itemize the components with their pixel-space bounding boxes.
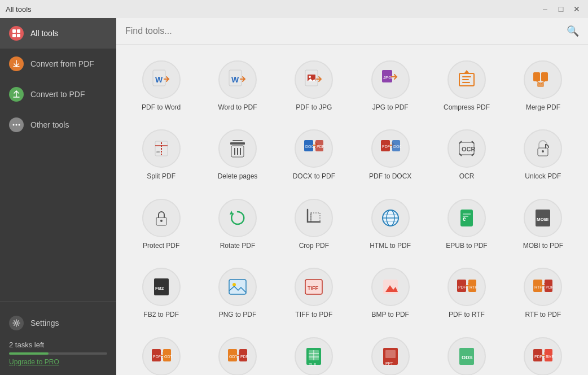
dots-icon <box>9 117 24 132</box>
tool-item-pdf-to-docx[interactable]: PDFDOCX PDF to DOCX <box>354 123 426 187</box>
tool-icon-split-pdf: ✂ <box>142 129 181 168</box>
sidebar-item-label: Convert to PDF <box>30 90 85 99</box>
tool-icon-crop-pdf <box>295 199 333 237</box>
tool-item-pdf-to-bmp[interactable]: PDFBMP PDF to BMP <box>507 330 579 375</box>
svg-text:W: W <box>155 75 163 84</box>
tool-icon-pdf-to-jpg <box>295 60 333 99</box>
tool-icon-bmp-to-pdf <box>371 268 410 306</box>
minimize-button[interactable]: – <box>539 3 551 15</box>
tool-label-crop-pdf: Crop PDF <box>299 242 329 250</box>
tool-item-fb2-to-pdf[interactable]: FB2 FB2 to PDF <box>125 261 197 325</box>
upgrade-link[interactable]: Upgrade to PRO <box>9 358 107 366</box>
tool-item-docx-to-pdf[interactable]: DOCXPDF DOCX to PDF <box>278 123 350 187</box>
settings-label: Settings <box>30 319 59 328</box>
svg-rect-0 <box>12 29 16 33</box>
tool-icon-docx-to-pdf: DOCXPDF <box>295 129 333 168</box>
tool-icon-png-to-pdf <box>218 268 257 306</box>
tool-icon-jpg-to-pdf: JPG <box>371 60 410 99</box>
tool-label-epub-to-pdf: EPUB to PDF <box>446 242 487 250</box>
svg-text:OCR: OCR <box>462 146 476 152</box>
svg-point-42 <box>160 220 163 222</box>
tool-label-fb2-to-pdf: FB2 to PDF <box>143 311 179 319</box>
tool-icon-word-to-pdf: W <box>218 60 257 99</box>
svg-text:PDF: PDF <box>458 285 466 289</box>
tool-icon-ods-to-pdf: ODS <box>447 337 486 375</box>
svg-rect-43 <box>311 213 320 222</box>
tool-item-odt-to-pdf[interactable]: ODTPDF ODT to PDF <box>201 330 273 375</box>
tool-item-ocr[interactable]: OCR OCR <box>431 123 502 187</box>
upload-icon <box>9 87 24 102</box>
tool-icon-protect-pdf <box>142 199 181 237</box>
svg-point-4 <box>13 124 15 126</box>
svg-rect-18 <box>533 72 540 81</box>
tool-icon-fb2-to-pdf: FB2 <box>142 268 181 306</box>
tool-label-unlock-pdf: Unlock PDF <box>525 172 561 180</box>
tool-item-compress-pdf[interactable]: Compress PDF <box>431 54 502 118</box>
sidebar-item-label: Other tools <box>30 120 69 129</box>
tool-icon-html-to-pdf <box>371 199 410 237</box>
tool-icon-rotate-pdf <box>218 199 257 237</box>
tool-label-ocr: OCR <box>459 172 475 180</box>
tool-item-pdf-to-odt[interactable]: PDFODT PDF to ODT <box>125 330 197 375</box>
tool-item-protect-pdf[interactable]: Protect PDF <box>125 192 197 256</box>
tool-item-ods-to-pdf[interactable]: ODS ODS to PDF <box>431 330 502 375</box>
sidebar-item-other-tools[interactable]: Other tools <box>0 110 116 140</box>
tool-label-mobi-to-pdf: MOBI to PDF <box>523 242 563 250</box>
tool-item-ppt-to-pdf[interactable]: PPT PPT to PDF <box>354 330 426 375</box>
svg-rect-2 <box>12 34 16 37</box>
tool-item-pdf-to-jpg[interactable]: PDF to JPG <box>278 54 350 118</box>
tool-item-pdf-to-rtf[interactable]: PDFRTF PDF to RTF <box>431 261 502 325</box>
svg-text:PDF: PDF <box>546 285 554 289</box>
app-body: All tools Convert from PDF Convert to PD… <box>0 18 588 375</box>
tool-item-mobi-to-pdf[interactable]: MOBI MOBI to PDF <box>507 192 579 256</box>
settings-item[interactable]: Settings <box>9 311 107 335</box>
tool-label-jpg-to-pdf: JPG to PDF <box>372 103 409 111</box>
tool-label-docx-to-pdf: DOCX to PDF <box>293 172 335 180</box>
tool-item-rtf-to-pdf[interactable]: RTFPDF RTF to PDF <box>507 261 579 325</box>
svg-text:XLS: XLS <box>309 363 317 367</box>
tool-icon-mobi-to-pdf: MOBI <box>524 199 562 237</box>
sidebar-item-convert-from-pdf[interactable]: Convert from PDF <box>0 49 116 79</box>
tool-item-crop-pdf[interactable]: Crop PDF <box>278 192 350 256</box>
tool-label-pdf-to-docx: PDF to DOCX <box>369 172 411 180</box>
svg-rect-1 <box>17 29 20 33</box>
tool-item-pdf-to-word[interactable]: W PDF to Word <box>125 54 197 118</box>
svg-text:JPG: JPG <box>383 75 392 80</box>
tool-icon-pdf-to-odt: PDFODT <box>142 337 181 375</box>
svg-text:ODS: ODS <box>462 355 473 360</box>
tool-label-compress-pdf: Compress PDF <box>444 103 490 111</box>
tool-item-html-to-pdf[interactable]: HTML to PDF <box>354 192 426 256</box>
tool-label-protect-pdf: Protect PDF <box>143 242 179 250</box>
tool-item-epub-to-pdf[interactable]: e EPUB to PDF <box>431 192 502 256</box>
tasks-left: 2 tasks left <box>9 341 107 349</box>
sidebar-item-all-tools[interactable]: All tools <box>0 18 116 49</box>
maximize-button[interactable]: □ <box>555 3 567 15</box>
tool-item-word-to-pdf[interactable]: W Word to PDF <box>201 54 273 118</box>
tool-icon-excel-to-pdf: XLS <box>295 337 333 375</box>
tool-icon-pdf-to-bmp: PDFBMP <box>524 337 562 375</box>
search-button[interactable]: 🔍 <box>567 25 579 37</box>
tool-item-bmp-to-pdf[interactable]: BMP to PDF <box>354 261 426 325</box>
tool-item-jpg-to-pdf[interactable]: JPG JPG to PDF <box>354 54 426 118</box>
tool-item-tiff-to-pdf[interactable]: TIFF TIFF to PDF <box>278 261 350 325</box>
tool-item-excel-to-pdf[interactable]: XLS Excel to PDF <box>278 330 350 375</box>
window-controls: – □ ✕ <box>539 3 582 15</box>
svg-text:RTF: RTF <box>534 285 542 289</box>
window-title: All tools <box>6 5 32 14</box>
sidebar-nav: All tools Convert from PDF Convert to PD… <box>0 18 116 302</box>
content-area: 🔍 W PDF to Word W Word to PDF PDF to JPG… <box>116 18 588 375</box>
tool-item-png-to-pdf[interactable]: PNG to PDF <box>201 261 273 325</box>
tool-item-merge-pdf[interactable]: Merge PDF <box>507 54 579 118</box>
svg-text:TIFF: TIFF <box>308 285 318 291</box>
tool-label-merge-pdf: Merge PDF <box>526 103 560 111</box>
search-input[interactable] <box>125 26 562 36</box>
tool-item-unlock-pdf[interactable]: Unlock PDF <box>507 123 579 187</box>
tool-item-split-pdf[interactable]: ✂ Split PDF <box>125 123 197 187</box>
tool-item-rotate-pdf[interactable]: Rotate PDF <box>201 192 273 256</box>
sidebar-item-convert-to-pdf[interactable]: Convert to PDF <box>0 79 116 110</box>
close-button[interactable]: ✕ <box>571 3 582 15</box>
tool-icon-tiff-to-pdf: TIFF <box>295 268 333 306</box>
tool-item-delete-pages[interactable]: Delete pages <box>201 123 273 187</box>
tool-label-png-to-pdf: PNG to PDF <box>219 311 257 319</box>
svg-text:DOCX: DOCX <box>393 145 401 149</box>
